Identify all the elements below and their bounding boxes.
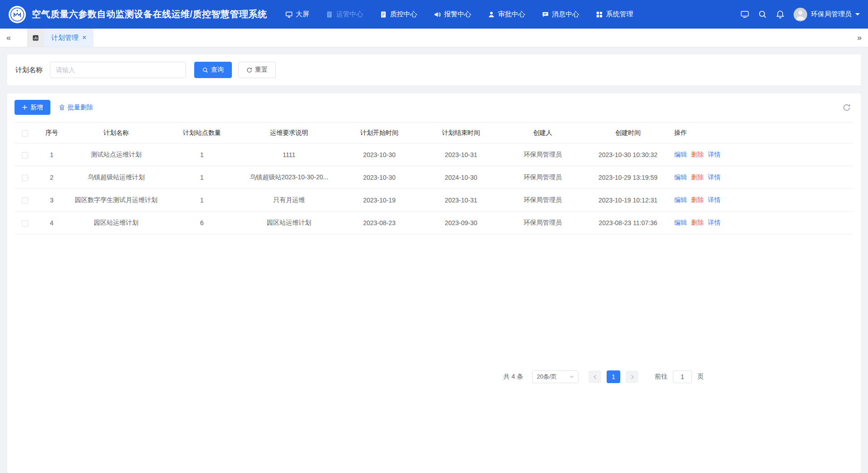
- nav-item-approval-center[interactable]: 审批中心: [480, 0, 534, 29]
- bar-chart-icon: [32, 34, 39, 41]
- delete-link[interactable]: 删除: [691, 219, 704, 226]
- cell-start-time: 2023-08-23: [338, 212, 420, 234]
- cell-start-time: 2023-10-30: [338, 166, 420, 189]
- cell-station-count: 6: [164, 212, 240, 234]
- nav-item-system-management[interactable]: 系统管理: [588, 0, 642, 29]
- screen-icon: [285, 11, 293, 18]
- cell-created-time: 2023-08-23 11:07:36: [584, 212, 672, 234]
- goto-page-input[interactable]: [673, 370, 692, 383]
- cell-requirement: 乌镇超级站2023-10-30-20...: [240, 166, 338, 189]
- nav-item-big-screen[interactable]: 大屏: [277, 0, 318, 29]
- main-menu: 大屏 运管中心 质控中心 报警中心 审批中心: [277, 0, 642, 29]
- top-navigation: 空气质量六参数自动监测设备在线运维/质控智慧管理系统 大屏 运管中心 质控中心 …: [0, 0, 868, 29]
- operation-center-icon: [326, 11, 333, 18]
- refresh-icon[interactable]: [843, 103, 851, 112]
- select-all-checkbox[interactable]: [22, 130, 28, 137]
- header-end-time: 计划结束时间: [420, 123, 502, 143]
- close-icon[interactable]: ×: [82, 34, 86, 41]
- nav-item-message-center[interactable]: 消息中心: [534, 0, 588, 29]
- query-button-label: 查询: [211, 66, 224, 74]
- cell-end-time: 2023-10-31: [420, 189, 502, 212]
- edit-link[interactable]: 编辑: [674, 196, 687, 203]
- nav-item-label: 消息中心: [552, 10, 579, 19]
- header-index: 序号: [35, 123, 68, 143]
- message-center-icon: [542, 11, 549, 18]
- nav-item-quality-center[interactable]: 质控中心: [372, 0, 426, 29]
- cell-creator: 环保局管理员: [502, 166, 584, 189]
- nav-item-label: 审批中心: [498, 10, 525, 19]
- header-station-count: 计划站点数量: [164, 123, 240, 143]
- trash-icon: [59, 104, 65, 111]
- row-checkbox[interactable]: [22, 220, 28, 227]
- goto-label: 前往: [655, 373, 667, 381]
- plan-name-input[interactable]: [50, 62, 186, 78]
- detail-link[interactable]: 详情: [708, 196, 721, 203]
- nav-item-operation-center[interactable]: 运管中心: [318, 0, 372, 29]
- plan-table-panel: 新增 批量删除 序号 计划名称: [7, 94, 861, 473]
- header-checkbox-cell: [15, 123, 35, 143]
- delete-link[interactable]: 删除: [691, 151, 704, 158]
- nav-item-alarm-center[interactable]: 报警中心: [426, 0, 480, 29]
- user-menu[interactable]: 环保局管理员: [794, 8, 860, 21]
- total-count: 共 4 条: [503, 373, 523, 381]
- system-management-icon: [596, 11, 603, 18]
- content-area: 计划名称 查询 重置 新增: [0, 47, 868, 473]
- cell-creator: 环保局管理员: [502, 143, 584, 166]
- cell-plan-name: 测试站点运维计划: [68, 143, 164, 166]
- feedback-icon[interactable]: [740, 10, 749, 19]
- cell-index: 1: [35, 143, 68, 166]
- cell-station-count: 1: [164, 143, 240, 166]
- cell-actions: 编辑删除详情: [672, 212, 853, 234]
- approval-center-icon: [488, 11, 495, 18]
- chevron-down-icon: [855, 13, 860, 18]
- collapse-tabs-button[interactable]: «: [0, 29, 17, 47]
- topnav-right: 环保局管理员: [740, 8, 860, 21]
- cell-actions: 编辑删除详情: [672, 189, 853, 212]
- row-checkbox[interactable]: [22, 152, 28, 158]
- detail-link[interactable]: 详情: [708, 173, 721, 181]
- expand-tabs-button[interactable]: »: [851, 29, 868, 47]
- nav-item-label: 质控中心: [390, 10, 417, 19]
- bell-icon[interactable]: [776, 10, 785, 19]
- page-number-button[interactable]: 1: [607, 370, 620, 383]
- tab-bar: « 计划管理 × »: [0, 29, 868, 47]
- tab-dashboard[interactable]: [27, 29, 44, 47]
- quality-center-icon: [380, 11, 387, 18]
- edit-link[interactable]: 编辑: [674, 173, 687, 181]
- delete-link[interactable]: 删除: [691, 196, 704, 203]
- batch-delete-button[interactable]: 批量删除: [59, 103, 93, 112]
- detail-link[interactable]: 详情: [708, 151, 721, 158]
- header-requirement: 运维要求说明: [240, 123, 338, 143]
- tab-label: 计划管理: [51, 34, 78, 42]
- row-checkbox[interactable]: [22, 175, 28, 181]
- plan-name-label: 计划名称: [15, 66, 43, 74]
- tab-plan-management[interactable]: 计划管理 ×: [44, 29, 93, 47]
- table-row: 4 园区站运维计划 6 园区站运维计划 2023-08-23 2023-09-3…: [15, 212, 853, 234]
- reset-button[interactable]: 重置: [238, 62, 276, 78]
- add-button[interactable]: 新增: [15, 100, 50, 115]
- next-page-button[interactable]: [626, 370, 638, 383]
- query-button[interactable]: 查询: [194, 62, 232, 78]
- row-checkbox[interactable]: [22, 197, 28, 204]
- goto-suffix: 页: [697, 373, 704, 381]
- cell-station-count: 1: [164, 189, 240, 212]
- page-size-value: 20条/页: [537, 373, 557, 381]
- nav-item-label: 大屏: [296, 10, 309, 19]
- plan-table: 序号 计划名称 计划站点数量 运维要求说明 计划开始时间 计划结束时间 创建人 …: [15, 122, 853, 234]
- cell-start-time: 2023-10-30: [338, 143, 420, 166]
- cell-index: 2: [35, 166, 68, 189]
- cell-created-time: 2023-10-19 10:12:31: [584, 189, 672, 212]
- page-size-select[interactable]: 20条/页: [532, 370, 579, 383]
- prev-page-button[interactable]: [588, 370, 601, 383]
- plus-icon: [22, 104, 28, 110]
- detail-link[interactable]: 详情: [708, 219, 721, 226]
- edit-link[interactable]: 编辑: [674, 151, 687, 158]
- cell-checkbox: [15, 189, 35, 212]
- nav-item-label: 运管中心: [336, 10, 363, 19]
- cell-end-time: 2023-10-31: [420, 143, 502, 166]
- delete-link[interactable]: 删除: [691, 173, 704, 181]
- edit-link[interactable]: 编辑: [674, 219, 687, 226]
- app-title: 空气质量六参数自动监测设备在线运维/质控智慧管理系统: [32, 8, 267, 20]
- cell-actions: 编辑删除详情: [672, 143, 853, 166]
- search-icon[interactable]: [758, 10, 767, 19]
